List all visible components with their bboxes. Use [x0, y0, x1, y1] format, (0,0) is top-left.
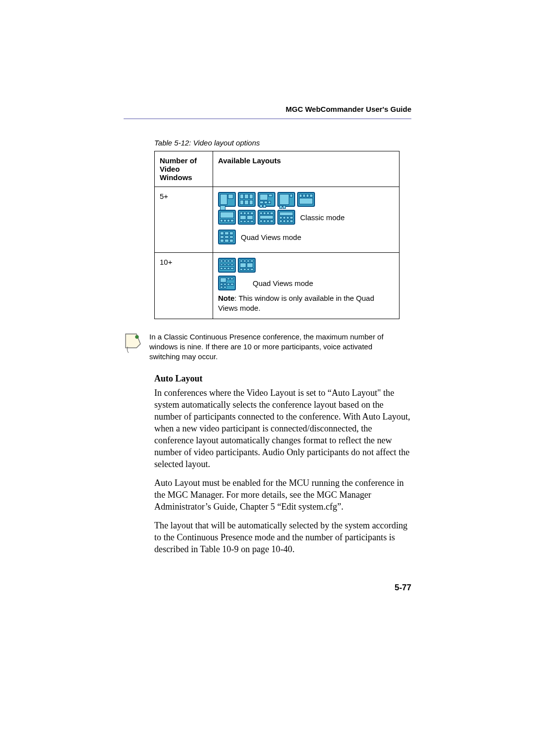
layout-icon [218, 230, 236, 244]
svg-point-0 [135, 335, 138, 338]
layout-icon [297, 192, 315, 207]
body-paragraph: Auto Layout must be enabled for the MCU … [154, 477, 411, 513]
table-row: 5+ [155, 187, 400, 253]
note-tag-icon [124, 332, 142, 356]
quad-views-mode-label: Quad Views mode [241, 233, 301, 241]
document-page: MGC WebCommander User's Guide Table 5-12… [0, 0, 534, 756]
quad-views-mode-label: Quad Views mode [253, 279, 313, 287]
table-caption: Table 5-12: Video layout options [154, 139, 411, 147]
col-header-layouts: Available Layouts [213, 151, 400, 187]
layout-icon [238, 192, 256, 207]
layout-icon [258, 192, 275, 207]
layout-icon [218, 192, 236, 207]
table-header-row: Number of Video Windows Available Layout… [155, 151, 400, 187]
layout-icon [238, 210, 256, 225]
cell-layouts: Quad Views mode Note: This window is onl… [213, 253, 400, 319]
page-content: Table 5-12: Video layout options Number … [154, 139, 411, 562]
layout-icons-row: Classic mode [218, 210, 394, 225]
cell-windows: 5+ [155, 187, 213, 253]
note-prefix: Note [218, 294, 234, 302]
note-text: Note: This window is only available in t… [218, 293, 394, 314]
video-layout-table: Number of Video Windows Available Layout… [154, 151, 400, 319]
body-paragraph: In conferences where the Video Layout is… [154, 387, 411, 470]
layout-icon [218, 276, 236, 290]
classic-mode-label: Classic mode [300, 213, 345, 222]
info-note-block: In a Classic Continuous Presence confere… [124, 332, 411, 362]
layout-icon [277, 192, 295, 207]
section-heading-auto-layout: Auto Layout [154, 374, 411, 384]
page-number: 5-77 [395, 583, 411, 593]
layout-icons-row [218, 258, 394, 273]
table-row: 10+ [155, 253, 400, 319]
guide-title: MGC WebCommander User's Guide [124, 105, 411, 113]
layout-icons-row: Quad Views mode [218, 276, 394, 290]
body-paragraph: The layout that will be automatically se… [154, 520, 411, 555]
layout-icon [277, 210, 295, 225]
layout-icons-row [218, 192, 394, 207]
cell-windows: 10+ [155, 253, 213, 319]
info-note-text: In a Classic Continuous Presence confere… [149, 332, 397, 362]
col-header-windows: Number of Video Windows [155, 151, 213, 187]
layout-icons-row: Quad Views mode [218, 230, 394, 244]
layout-icon [218, 258, 236, 273]
layout-icon [238, 258, 256, 273]
header-rule [124, 118, 411, 119]
layout-icon [258, 210, 275, 225]
page-header: MGC WebCommander User's Guide [124, 105, 411, 139]
layout-icon [218, 210, 236, 225]
cell-layouts: Classic mode Quad Views mode [213, 187, 400, 253]
note-body: : This window is only available in the Q… [218, 294, 374, 312]
